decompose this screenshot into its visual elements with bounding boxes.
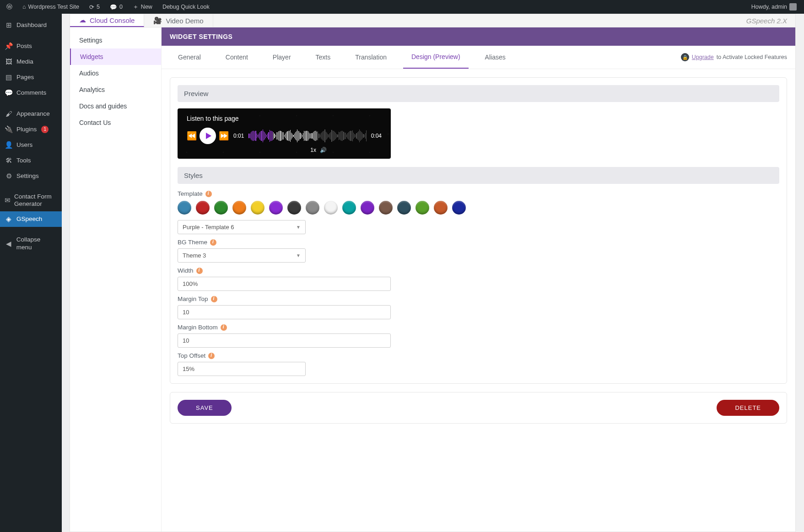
menu-label: Pages (16, 74, 34, 81)
color-swatch-3[interactable] (232, 201, 246, 215)
color-swatch-14[interactable] (434, 201, 448, 215)
tab-aliases[interactable]: Aliases (477, 46, 514, 68)
margin-bottom-input[interactable] (178, 333, 391, 348)
color-swatch-10[interactable] (361, 201, 374, 215)
width-input[interactable] (178, 277, 391, 291)
info-icon[interactable] (196, 268, 203, 274)
waveform[interactable] (248, 129, 366, 142)
top-offset-input[interactable] (178, 362, 306, 376)
tab-translation[interactable]: Translation (347, 46, 395, 68)
bg-theme-select[interactable]: Theme 3▼ (178, 248, 306, 263)
menu-label: Appearance (16, 110, 50, 118)
playback-speed[interactable]: 1x (310, 147, 316, 153)
upgrade-link[interactable]: Upgrade (692, 54, 714, 60)
menu-label: Dashboard (16, 21, 47, 29)
rewind-icon[interactable]: ⏪ (187, 131, 197, 141)
template-value: Purple - Template 6 (183, 224, 234, 231)
player-title: Listen to this page (187, 115, 382, 122)
gs-menu-contact-us[interactable]: Contact Us (70, 114, 161, 131)
color-swatch-12[interactable] (397, 201, 411, 215)
tab-general[interactable]: General (170, 46, 209, 68)
wp-menu-media[interactable]: 🖼Media (0, 54, 62, 70)
forward-icon[interactable]: ⏩ (219, 131, 229, 141)
menu-icon: ⚙ (5, 172, 13, 180)
color-swatch-15[interactable] (452, 201, 466, 215)
menu-icon: ◈ (5, 215, 13, 223)
color-swatch-11[interactable] (379, 201, 393, 215)
menu-icon: 🖼 (5, 58, 13, 66)
wp-menu-comments[interactable]: 💬Comments (0, 85, 62, 101)
margin-top-label: Margin Top (178, 296, 779, 302)
wp-menu-plugins[interactable]: 🔌Plugins1 (0, 122, 62, 137)
menu-icon: ✉ (5, 196, 11, 204)
menu-icon: 🔌 (5, 125, 13, 134)
color-swatch-2[interactable] (214, 201, 228, 215)
wp-menu-users[interactable]: 👤Users (0, 137, 62, 153)
gs-menu-settings[interactable]: Settings (70, 32, 161, 48)
top-offset-label: Top Offset (178, 352, 779, 359)
debug-quick-look[interactable]: Debug Quick Look (160, 0, 212, 14)
wp-menu-settings[interactable]: ⚙Settings (0, 168, 62, 184)
updates[interactable]: ⟳ 5 (86, 0, 103, 14)
styles-section-hdr: Styles (178, 167, 779, 184)
gs-menu-widgets[interactable]: Widgets (70, 48, 161, 65)
gs-menu-docs-and-guides[interactable]: Docs and guides (70, 98, 161, 114)
preview-panel: Preview Listen to this page ⏪ ⏩ 0:01 0:0… (170, 77, 787, 384)
menu-icon: 🖌 (5, 110, 13, 118)
gs-menu-analytics[interactable]: Analytics (70, 81, 161, 98)
play-button[interactable] (200, 128, 216, 144)
info-icon[interactable] (205, 191, 212, 197)
color-swatch-5[interactable] (269, 201, 283, 215)
margin-top-input[interactable] (178, 305, 391, 319)
info-icon[interactable] (211, 296, 217, 302)
wp-menu-gspeech[interactable]: ◈GSpeech (0, 211, 62, 227)
delete-button[interactable]: DELETE (717, 400, 779, 416)
preview-section-hdr: Preview (178, 85, 779, 102)
wp-menu-appearance[interactable]: 🖌Appearance (0, 106, 62, 122)
color-swatch-9[interactable] (342, 201, 356, 215)
color-swatch-13[interactable] (415, 201, 429, 215)
info-icon[interactable] (208, 353, 215, 359)
menu-label: Posts (16, 43, 32, 50)
color-swatch-1[interactable] (196, 201, 210, 215)
info-icon[interactable] (221, 324, 227, 331)
template-swatches (178, 201, 779, 215)
wp-menu-dashboard[interactable]: ⊞Dashboard (0, 17, 62, 33)
wp-menu-pages[interactable]: ▤Pages (0, 70, 62, 85)
wp-menu-contact-form-generator[interactable]: ✉Contact Form Generator (0, 189, 62, 211)
tab-texts[interactable]: Texts (308, 46, 339, 68)
color-swatch-6[interactable] (287, 201, 301, 215)
tab-content[interactable]: Content (217, 46, 256, 68)
bg-value: Theme 3 (183, 252, 206, 259)
gs-menu-audios[interactable]: Audios (70, 65, 161, 81)
bg-theme-label: BG Theme (178, 239, 779, 246)
info-icon[interactable] (210, 239, 216, 246)
wp-menu-posts[interactable]: 📌Posts (0, 38, 62, 54)
menu-label: Collapse menu (16, 236, 57, 251)
new-content[interactable]: ＋ New (130, 0, 155, 14)
upgrade-suffix: to Activate Locked Features (717, 54, 787, 60)
wp-menu-collapse-menu[interactable]: ◀Collapse menu (0, 232, 62, 254)
plugin-topbar: ☁ Cloud Console 🎥 Video Demo GSpeech 2.X (70, 14, 796, 27)
margin-bottom-label: Margin Bottom (178, 324, 779, 331)
tab-design-preview-[interactable]: Design (Preview) (403, 46, 469, 69)
color-swatch-0[interactable] (178, 201, 191, 215)
tab-player[interactable]: Player (264, 46, 299, 68)
tab-video-demo[interactable]: 🎥 Video Demo (144, 14, 213, 27)
menu-label: Tools (16, 157, 31, 164)
comments-top[interactable]: 💬 0 (107, 0, 125, 14)
wp-menu-tools[interactable]: 🛠Tools (0, 153, 62, 168)
save-button[interactable]: SAVE (178, 400, 232, 416)
lock-icon: 🔒 (681, 53, 689, 61)
menu-label: Media (16, 58, 33, 65)
menu-icon: ⊞ (5, 21, 13, 29)
volume-icon[interactable]: 🔊 (320, 147, 327, 153)
tab-cloud-console[interactable]: ☁ Cloud Console (70, 14, 144, 27)
color-swatch-4[interactable] (251, 201, 264, 215)
template-select[interactable]: Purple - Template 6▼ (178, 220, 306, 234)
wp-logo[interactable]: ⓦ (4, 0, 15, 14)
account-howdy[interactable]: Howdy, admin (749, 0, 799, 14)
color-swatch-8[interactable] (324, 201, 338, 215)
color-swatch-7[interactable] (306, 201, 319, 215)
site-home[interactable]: ⌂ Wordpress Test Site (20, 0, 82, 14)
